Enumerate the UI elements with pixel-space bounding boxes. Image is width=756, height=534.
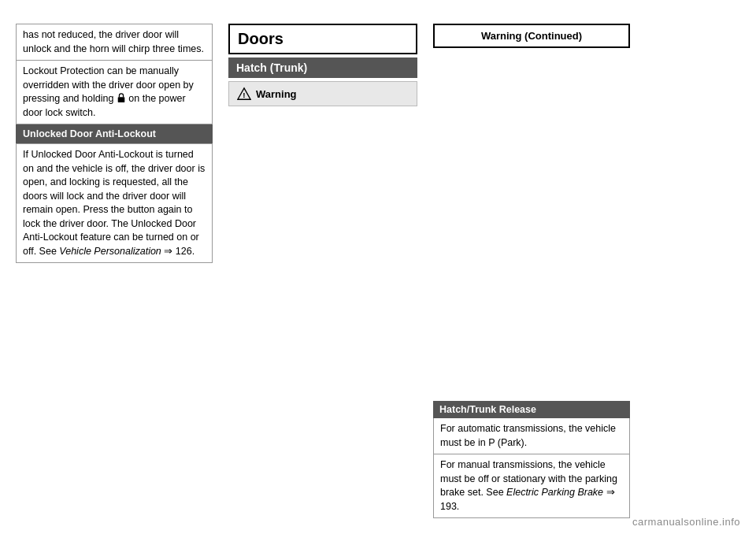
left-text-3: If Unlocked Door Anti-Lockout is turned … <box>23 149 205 257</box>
doors-header: Doors <box>228 24 417 54</box>
right-text-2-italic: Electric Parking Brake <box>506 487 603 498</box>
hatch-trunk-release-section: Hatch/Trunk Release For automatic transm… <box>433 401 630 518</box>
left-arrow-symbol: ⇒ <box>161 246 176 257</box>
right-text-1: For automatic transmissions, the vehicle… <box>440 423 616 448</box>
warning-triangle-icon: ! <box>237 87 251 101</box>
warning-badge: ! Warning <box>228 81 417 106</box>
warning-continued-text: Warning (Continued) <box>481 30 582 42</box>
doors-header-text: Doors <box>238 30 284 47</box>
hatch-trunk-header-text: Hatch (Trunk) <box>236 61 307 74</box>
right-text-2b: 193. <box>440 501 459 512</box>
hatch-trunk-text-2: For manual transmissions, the vehicle mu… <box>433 454 630 518</box>
left-text-block-2: Lockout Protection can be manually overr… <box>16 61 213 124</box>
right-arrow-symbol: ⇒ <box>603 487 614 498</box>
page-container: has not reduced, the driver door will un… <box>0 0 756 534</box>
left-column: has not reduced, the driver door will un… <box>16 24 220 518</box>
left-text-block-3: If Unlocked Door Anti-Lockout is turned … <box>16 143 213 263</box>
hatch-trunk-release-header-text: Hatch/Trunk Release <box>439 404 536 415</box>
left-section-header: Unlocked Door Anti-Lockout <box>16 124 213 143</box>
watermark-text: carmanualsonline.info <box>632 516 740 528</box>
hatch-trunk-text-1: For automatic transmissions, the vehicle… <box>433 418 630 454</box>
svg-text:!: ! <box>243 91 245 99</box>
warning-label-text: Warning <box>256 88 297 100</box>
middle-column: Doors Hatch (Trunk) ! Warning <box>220 24 425 518</box>
main-content: has not reduced, the driver door will un… <box>0 0 756 534</box>
left-text-3b: 126. <box>176 246 195 257</box>
warning-continued-header: Warning (Continued) <box>433 24 630 48</box>
left-text-block-1: has not reduced, the driver door will un… <box>16 24 213 61</box>
svg-rect-0 <box>118 97 125 102</box>
left-text-3-italic: Vehicle Personalization <box>59 246 161 257</box>
hatch-trunk-release-header: Hatch/Trunk Release <box>433 401 630 418</box>
left-section-header-text: Unlocked Door Anti-Lockout <box>23 128 156 139</box>
hatch-trunk-header: Hatch (Trunk) <box>228 57 417 78</box>
right-column: Warning (Continued) Hatch/Trunk Release … <box>425 24 630 518</box>
lock-icon <box>117 93 126 102</box>
watermark: carmanualsonline.info <box>632 516 740 528</box>
left-text-1: has not reduced, the driver door will un… <box>23 29 204 54</box>
